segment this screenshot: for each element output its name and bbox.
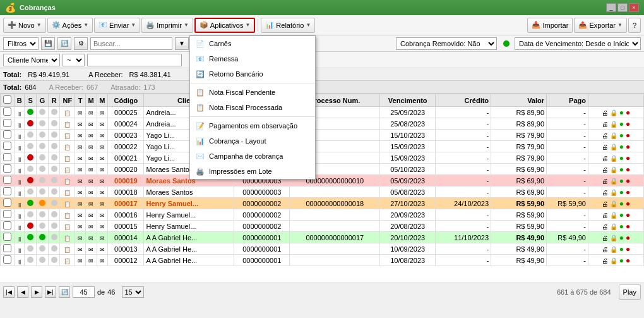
approve-action-icon[interactable]: ● [619,233,624,242]
print-action-icon[interactable]: 🖨 [602,155,608,162]
menu-item-campanha[interactable]: ✉️ Campanha de cobrança [190,149,315,164]
row-check[interactable] [1,255,15,266]
lock-action-icon[interactable]: 🔒 [610,200,617,207]
delete-action-icon[interactable]: ● [626,165,630,174]
lock-action-icon[interactable]: 🔒 [610,109,617,116]
delete-action-icon[interactable]: ● [626,233,630,242]
print-action-icon[interactable]: 🖨 [602,257,608,264]
minimize-button[interactable]: _ [606,3,616,12]
lock-action-icon[interactable]: 🔒 [610,121,617,128]
lock-action-icon[interactable]: 🔒 [610,235,617,242]
acoes-button[interactable]: ⚙️ Ações ▼ [47,18,93,33]
row-check[interactable] [1,107,15,118]
row-check[interactable] [1,152,15,164]
approve-action-icon[interactable]: ● [619,142,624,151]
filter-type-select[interactable]: Filtros [3,37,39,50]
approve-action-icon[interactable]: ● [619,222,624,231]
lock-action-icon[interactable]: 🔒 [610,257,617,264]
menu-item-carnes[interactable]: 📄 Carnês [190,36,315,51]
delete-action-icon[interactable]: ● [626,199,630,208]
lock-action-icon[interactable]: 🔒 [610,132,617,139]
row-check[interactable] [1,198,15,209]
lock-action-icon[interactable]: 🔒 [610,166,617,173]
print-action-icon[interactable]: 🖨 [602,246,608,253]
first-page-button[interactable]: |◀ [3,286,15,298]
menu-item-pagamentos[interactable]: 📝 Pagamentos em observação [190,118,315,133]
lock-action-icon[interactable]: 🔒 [610,155,617,162]
print-action-icon[interactable]: 🖨 [602,200,608,207]
approve-action-icon[interactable]: ● [619,108,624,117]
client-filter-input[interactable] [87,54,182,66]
delete-action-icon[interactable]: ● [626,211,630,219]
menu-item-cobranca-layout[interactable]: 📊 Cobrança - Layout [190,133,315,149]
last-page-button[interactable]: ▶| [45,286,56,298]
row-check[interactable] [1,164,15,175]
importar-button[interactable]: 📥 Importar [527,18,573,33]
approve-action-icon[interactable]: ● [619,188,624,197]
client-name-select[interactable]: Cliente Nome [3,54,60,66]
help-button[interactable]: ? [628,18,641,33]
page-number-input[interactable] [73,286,95,298]
approve-action-icon[interactable]: ● [619,211,624,219]
search-input[interactable] [90,37,172,50]
print-action-icon[interactable]: 🖨 [602,223,608,230]
approve-action-icon[interactable]: ● [619,199,624,208]
prev-page-button[interactable]: ◀ [17,286,28,298]
delete-action-icon[interactable]: ● [626,154,630,162]
row-check[interactable] [1,221,15,232]
approve-action-icon[interactable]: ● [619,165,624,174]
novo-button[interactable]: ➕ Novo ▼ [3,18,46,33]
per-page-select[interactable]: 15 25 50 [122,286,144,298]
header-check[interactable] [1,94,15,107]
delete-action-icon[interactable]: ● [626,119,630,128]
search-dropdown-button[interactable]: ▼ [175,37,189,50]
exportar-button[interactable]: 📤 Exportar ▼ [574,18,627,33]
print-action-icon[interactable]: 🖨 [602,121,608,128]
delete-action-icon[interactable]: ● [626,131,630,140]
print-action-icon[interactable]: 🖨 [602,109,608,116]
next-page-button[interactable]: ▶ [31,286,42,298]
approve-action-icon[interactable]: ● [619,245,624,254]
menu-item-impressoes[interactable]: 🖨️ Impressões em Lote [190,164,315,179]
approve-action-icon[interactable]: ● [619,131,624,140]
row-check[interactable] [1,130,15,141]
enviar-button[interactable]: 📧 Enviar ▼ [94,18,140,33]
menu-item-nf-processada[interactable]: 📋 Nota Fiscal Processada [190,100,315,115]
play-button[interactable]: Play [619,284,641,300]
aplicativos-button[interactable]: 📦 Aplicativos ▼ [194,18,256,33]
relatorio-button[interactable]: 📊 Relatório ▼ [261,18,315,33]
row-check[interactable] [1,141,15,152]
row-check[interactable] [1,187,15,198]
lock-action-icon[interactable]: 🔒 [610,144,617,150]
print-action-icon[interactable]: 🖨 [602,178,608,185]
lock-action-icon[interactable]: 🔒 [610,189,617,196]
imprimir-button[interactable]: 🖨️ Imprimir ▼ [141,18,193,33]
delete-action-icon[interactable]: ● [626,222,630,231]
print-action-icon[interactable]: 🖨 [602,132,608,139]
delete-action-icon[interactable]: ● [626,188,630,197]
filter-save-button[interactable]: 💾 [41,37,55,50]
cobranca-removido-select[interactable]: Cobrança Removido: Não [396,37,497,50]
lock-action-icon[interactable]: 🔒 [610,212,617,219]
maximize-button[interactable]: □ [617,3,628,12]
close-button[interactable]: × [629,3,639,12]
delete-action-icon[interactable]: ● [626,245,630,254]
row-check[interactable] [1,175,15,187]
delete-action-icon[interactable]: ● [626,108,630,117]
data-vencimento-select[interactable]: Data de Vencimento: Desde o Início [515,37,641,50]
approve-action-icon[interactable]: ● [619,176,624,185]
refresh-button[interactable]: 🔃 [59,286,70,298]
print-action-icon[interactable]: 🖨 [602,144,608,150]
filter-config-button[interactable]: ⚙ [74,37,88,50]
menu-item-nf-pendente[interactable]: 📋 Nota Fiscal Pendente [190,85,315,100]
select-all-checkbox[interactable] [3,95,11,104]
filter-clear-button[interactable]: 🔃 [57,37,71,50]
lock-action-icon[interactable]: 🔒 [610,178,617,185]
print-action-icon[interactable]: 🖨 [602,189,608,196]
approve-action-icon[interactable]: ● [619,154,624,162]
delete-action-icon[interactable]: ● [626,142,630,151]
lock-action-icon[interactable]: 🔒 [610,223,617,230]
print-action-icon[interactable]: 🖨 [602,166,608,173]
print-action-icon[interactable]: 🖨 [602,212,608,219]
menu-item-remessa[interactable]: 📧 Remessa [190,51,315,66]
